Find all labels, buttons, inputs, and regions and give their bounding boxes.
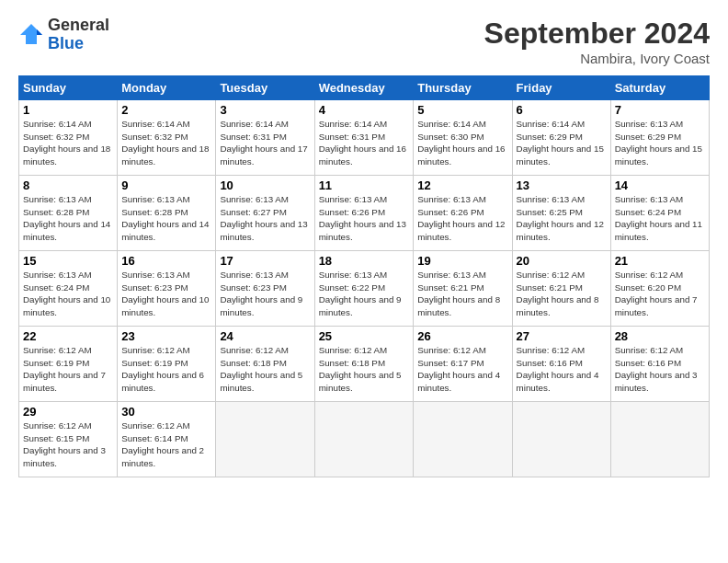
day-cell: 8 Sunrise: 6:13 AM Sunset: 6:28 PM Dayli… [19,176,118,251]
day-info: Sunrise: 6:14 AM Sunset: 6:32 PM Dayligh… [121,118,211,168]
day-info: Sunrise: 6:12 AM Sunset: 6:19 PM Dayligh… [121,344,211,395]
week-row-5: 29 Sunrise: 6:12 AM Sunset: 6:15 PM Dayl… [19,402,710,477]
day-number: 21 [615,254,705,268]
day-info: Sunrise: 6:13 AM Sunset: 6:21 PM Dayligh… [417,269,507,319]
day-cell: 23 Sunrise: 6:12 AM Sunset: 6:19 PM Dayl… [118,327,216,402]
col-friday: Friday [512,76,610,100]
day-cell: 14 Sunrise: 6:13 AM Sunset: 6:24 PM Dayl… [610,176,709,251]
col-thursday: Thursday [414,76,512,100]
day-cell: 27 Sunrise: 6:12 AM Sunset: 6:16 PM Dayl… [512,327,610,402]
day-number: 19 [417,254,507,268]
day-number: 26 [417,329,507,343]
day-number: 27 [517,329,607,343]
day-info: Sunrise: 6:12 AM Sunset: 6:16 PM Dayligh… [517,344,607,395]
calendar-body: 1 Sunrise: 6:14 AM Sunset: 6:32 PM Dayli… [19,100,710,477]
day-info: Sunrise: 6:13 AM Sunset: 6:28 PM Dayligh… [121,193,211,244]
week-row-2: 8 Sunrise: 6:13 AM Sunset: 6:28 PM Dayli… [19,176,710,251]
day-info: Sunrise: 6:12 AM Sunset: 6:15 PM Dayligh… [23,419,113,470]
day-cell: 18 Sunrise: 6:13 AM Sunset: 6:22 PM Dayl… [314,251,414,327]
day-cell: 9 Sunrise: 6:13 AM Sunset: 6:28 PM Dayli… [118,176,216,251]
day-number: 2 [121,103,211,117]
day-number: 20 [517,254,607,268]
day-cell: 13 Sunrise: 6:13 AM Sunset: 6:25 PM Dayl… [512,176,610,251]
day-info: Sunrise: 6:12 AM Sunset: 6:21 PM Dayligh… [517,269,607,319]
col-wednesday: Wednesday [314,76,414,100]
day-info: Sunrise: 6:13 AM Sunset: 6:28 PM Dayligh… [23,193,113,244]
col-monday: Monday [118,76,216,100]
location: Nambira, Ivory Coast [484,51,710,66]
day-number: 18 [319,254,410,268]
day-number: 5 [417,103,507,117]
logo-general: General [48,17,109,35]
day-cell: 24 Sunrise: 6:12 AM Sunset: 6:18 PM Dayl… [216,327,314,402]
day-info: Sunrise: 6:13 AM Sunset: 6:29 PM Dayligh… [615,118,705,168]
day-number: 7 [615,103,705,117]
day-cell: 20 Sunrise: 6:12 AM Sunset: 6:21 PM Dayl… [512,251,610,327]
day-number: 15 [23,254,113,268]
header: General Blue September 2024 Nambira, Ivo… [18,17,710,66]
day-cell: 10 Sunrise: 6:13 AM Sunset: 6:27 PM Dayl… [216,176,314,251]
day-number: 24 [220,329,310,343]
day-info: Sunrise: 6:14 AM Sunset: 6:30 PM Dayligh… [417,118,507,168]
week-row-1: 1 Sunrise: 6:14 AM Sunset: 6:32 PM Dayli… [19,100,710,176]
day-info: Sunrise: 6:13 AM Sunset: 6:23 PM Dayligh… [121,269,211,319]
day-info: Sunrise: 6:12 AM Sunset: 6:19 PM Dayligh… [23,344,113,395]
day-number: 23 [121,329,211,343]
day-info: Sunrise: 6:12 AM Sunset: 6:20 PM Dayligh… [615,269,705,319]
month-title: September 2024 [484,17,710,51]
day-cell: 30 Sunrise: 6:12 AM Sunset: 6:14 PM Dayl… [118,402,216,477]
day-cell: 21 Sunrise: 6:12 AM Sunset: 6:20 PM Dayl… [610,251,709,327]
day-cell: 29 Sunrise: 6:12 AM Sunset: 6:15 PM Dayl… [19,402,118,477]
day-info: Sunrise: 6:13 AM Sunset: 6:25 PM Dayligh… [517,193,607,244]
day-info: Sunrise: 6:14 AM Sunset: 6:32 PM Dayligh… [23,118,113,168]
day-number: 6 [517,103,607,117]
day-info: Sunrise: 6:14 AM Sunset: 6:31 PM Dayligh… [319,118,410,168]
empty-cell [314,402,414,477]
day-info: Sunrise: 6:12 AM Sunset: 6:14 PM Dayligh… [121,419,211,470]
day-cell: 17 Sunrise: 6:13 AM Sunset: 6:23 PM Dayl… [216,251,314,327]
col-saturday: Saturday [610,76,709,100]
day-info: Sunrise: 6:14 AM Sunset: 6:29 PM Dayligh… [517,118,607,168]
day-cell: 11 Sunrise: 6:13 AM Sunset: 6:26 PM Dayl… [314,176,414,251]
col-tuesday: Tuesday [216,76,314,100]
day-number: 17 [220,254,310,268]
page-container: General Blue September 2024 Nambira, Ivo… [0,0,728,487]
day-info: Sunrise: 6:13 AM Sunset: 6:24 PM Dayligh… [23,269,113,319]
day-cell: 6 Sunrise: 6:14 AM Sunset: 6:29 PM Dayli… [512,100,610,176]
day-cell: 2 Sunrise: 6:14 AM Sunset: 6:32 PM Dayli… [118,100,216,176]
day-number: 22 [23,329,113,343]
day-number: 13 [517,178,607,192]
calendar-header-row: Sunday Monday Tuesday Wednesday Thursday… [19,76,710,100]
empty-cell [512,402,610,477]
logo-blue: Blue [48,35,109,53]
day-number: 10 [220,178,310,192]
calendar-table: Sunday Monday Tuesday Wednesday Thursday… [18,75,710,477]
day-info: Sunrise: 6:13 AM Sunset: 6:26 PM Dayligh… [319,193,410,244]
day-number: 29 [23,405,113,419]
day-number: 4 [319,103,410,117]
day-number: 1 [23,103,113,117]
day-cell: 15 Sunrise: 6:13 AM Sunset: 6:24 PM Dayl… [19,251,118,327]
day-number: 8 [23,178,113,192]
day-cell: 5 Sunrise: 6:14 AM Sunset: 6:30 PM Dayli… [414,100,512,176]
day-cell: 22 Sunrise: 6:12 AM Sunset: 6:19 PM Dayl… [19,327,118,402]
day-info: Sunrise: 6:13 AM Sunset: 6:22 PM Dayligh… [319,269,410,319]
day-number: 9 [121,178,211,192]
day-info: Sunrise: 6:13 AM Sunset: 6:24 PM Dayligh… [615,193,705,244]
day-number: 12 [417,178,507,192]
day-cell: 12 Sunrise: 6:13 AM Sunset: 6:26 PM Dayl… [414,176,512,251]
day-cell: 3 Sunrise: 6:14 AM Sunset: 6:31 PM Dayli… [216,100,314,176]
day-info: Sunrise: 6:13 AM Sunset: 6:26 PM Dayligh… [417,193,507,244]
day-cell: 25 Sunrise: 6:12 AM Sunset: 6:18 PM Dayl… [314,327,414,402]
col-sunday: Sunday [19,76,118,100]
day-cell: 28 Sunrise: 6:12 AM Sunset: 6:16 PM Dayl… [610,327,709,402]
day-cell: 19 Sunrise: 6:13 AM Sunset: 6:21 PM Dayl… [414,251,512,327]
day-info: Sunrise: 6:13 AM Sunset: 6:27 PM Dayligh… [220,193,310,244]
day-cell: 26 Sunrise: 6:12 AM Sunset: 6:17 PM Dayl… [414,327,512,402]
title-block: September 2024 Nambira, Ivory Coast [484,17,710,66]
day-cell: 4 Sunrise: 6:14 AM Sunset: 6:31 PM Dayli… [314,100,414,176]
day-info: Sunrise: 6:12 AM Sunset: 6:16 PM Dayligh… [615,344,705,395]
week-row-3: 15 Sunrise: 6:13 AM Sunset: 6:24 PM Dayl… [19,251,710,327]
logo: General Blue [18,17,109,53]
day-info: Sunrise: 6:12 AM Sunset: 6:18 PM Dayligh… [319,344,410,395]
